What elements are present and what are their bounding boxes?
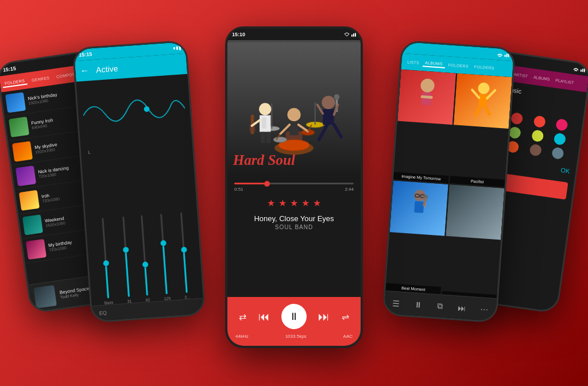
eq-thumb-125[interactable] bbox=[160, 240, 167, 246]
album-img-3 bbox=[390, 180, 448, 236]
eq-thumb-250[interactable] bbox=[181, 246, 187, 253]
signal-icons-left bbox=[173, 45, 181, 51]
svg-line-40 bbox=[471, 90, 479, 98]
tab-lists[interactable]: LISTS bbox=[405, 59, 422, 66]
signal-bars bbox=[351, 32, 356, 37]
color-dot-8[interactable] bbox=[554, 133, 567, 146]
signal-bars-far-right bbox=[581, 67, 586, 72]
svg-point-5 bbox=[273, 137, 287, 142]
meta-khz: 44kHz bbox=[235, 334, 249, 339]
eq-slider-250: 2... bbox=[179, 213, 190, 299]
progress-thumb[interactable] bbox=[264, 181, 270, 187]
signal-icons-far-right bbox=[572, 65, 586, 73]
color-dot-11[interactable] bbox=[529, 144, 542, 157]
menu-icon[interactable]: ☰ bbox=[392, 298, 400, 308]
song-title: Honey, Close Your Eyes bbox=[234, 214, 354, 223]
nav-playlist-fr[interactable]: PLAYLIST bbox=[554, 76, 576, 86]
nav-artist-2[interactable]: ARTIST bbox=[512, 71, 530, 79]
progress-times: 0:51 2:44 bbox=[234, 187, 354, 192]
tab-folders-r2[interactable]: FOLDERS bbox=[471, 63, 497, 71]
eq-screen: 15:15 ← Active L bbox=[74, 42, 204, 321]
color-dot-12[interactable] bbox=[551, 147, 564, 160]
pause-icon-footer[interactable]: ⏸ bbox=[414, 300, 423, 310]
waveform-svg bbox=[81, 80, 187, 144]
phones-container: 15:15 FOLDERS GENRES COMPOSERS P... N bbox=[13, 15, 575, 371]
eq-track-62[interactable] bbox=[141, 215, 149, 296]
svg-rect-19 bbox=[262, 118, 266, 129]
status-bar-center: 15:10 bbox=[227, 29, 361, 40]
signal-bar-l3 bbox=[179, 45, 181, 50]
wifi-icon-right bbox=[496, 51, 504, 57]
eq-fill-62 bbox=[145, 267, 148, 295]
eq-fill-bass bbox=[106, 266, 110, 298]
next-button[interactable]: ⏭ bbox=[318, 310, 330, 323]
svg-rect-12 bbox=[289, 121, 298, 135]
copy-icon[interactable]: ⧉ bbox=[437, 301, 443, 311]
meta-format: AAC bbox=[343, 334, 353, 339]
eq-slider-62: 62 bbox=[140, 215, 150, 302]
thumbnail-6 bbox=[22, 214, 43, 235]
progress-bar[interactable] bbox=[234, 183, 354, 184]
star-5[interactable]: ★ bbox=[313, 198, 321, 209]
back-arrow-icon[interactable]: ← bbox=[80, 65, 90, 76]
shuffle-button[interactable]: ⇄ bbox=[239, 311, 246, 322]
eq-waveform bbox=[81, 80, 187, 144]
eq-thumb-31[interactable] bbox=[123, 247, 129, 253]
eq-thumb-62[interactable] bbox=[142, 261, 149, 268]
phone-right: LISTS ALBUMS FOLDERS FOLDERS bbox=[382, 40, 516, 323]
meta-bitrate: 1033.5kps bbox=[285, 334, 307, 339]
ok-button[interactable]: OK bbox=[560, 167, 570, 175]
eq-sliders: Bass 31 62 bbox=[82, 150, 203, 306]
album-img-4 bbox=[446, 184, 504, 240]
thumbnail-1 bbox=[5, 92, 26, 113]
wifi-icon bbox=[343, 32, 350, 37]
album-card-4[interactable] bbox=[442, 184, 504, 298]
thumbnail-5 bbox=[19, 190, 40, 211]
tab-albums[interactable]: ALBUMS bbox=[423, 59, 445, 68]
svg-rect-35 bbox=[421, 92, 431, 105]
thumbnail-3 bbox=[12, 141, 33, 162]
svg-point-0 bbox=[144, 106, 149, 112]
thumbnail-2 bbox=[9, 117, 29, 137]
albums-screen: LISTS ALBUMS FOLDERS FOLDERS bbox=[384, 42, 514, 321]
prev-button[interactable]: ⏮ bbox=[258, 310, 270, 323]
skip-icon[interactable]: ⏭ bbox=[457, 303, 466, 312]
eq-track-125[interactable] bbox=[161, 214, 168, 294]
svg-rect-26 bbox=[323, 109, 334, 125]
color-dot-4[interactable] bbox=[555, 118, 568, 132]
album-card-1[interactable]: Imagine My Tomorrow bbox=[393, 70, 456, 183]
album-card-2[interactable]: Pacifist bbox=[450, 74, 512, 187]
eq-thumb-bass[interactable] bbox=[103, 260, 109, 267]
eq-track-bass[interactable] bbox=[102, 218, 110, 298]
repeat-button[interactable]: ⇌ bbox=[342, 311, 349, 322]
player-stars: ★ ★ ★ ★ ★ bbox=[227, 194, 361, 212]
eq-track-31[interactable] bbox=[123, 217, 130, 297]
album-img-2 bbox=[454, 74, 512, 129]
status-time-left: 15:15 bbox=[79, 51, 92, 58]
color-dot-7[interactable] bbox=[531, 129, 544, 142]
footer-thumbnail bbox=[33, 285, 57, 308]
tab-folders-r[interactable]: FOLDERS bbox=[446, 61, 471, 70]
star-4[interactable]: ★ bbox=[301, 198, 310, 209]
album-card-3[interactable]: Beat Moment bbox=[385, 180, 448, 294]
star-2[interactable]: ★ bbox=[278, 198, 287, 209]
svg-rect-10 bbox=[315, 102, 316, 125]
tab-genres[interactable]: GENRES bbox=[29, 74, 52, 83]
color-dot-3[interactable] bbox=[533, 115, 546, 128]
pause-button[interactable]: ⏸ bbox=[281, 304, 307, 329]
svg-point-38 bbox=[478, 82, 490, 94]
album-person-3 bbox=[403, 184, 435, 232]
album-img-1 bbox=[397, 70, 456, 125]
star-3[interactable]: ★ bbox=[290, 198, 298, 209]
star-1[interactable]: ★ bbox=[267, 198, 275, 209]
phone-center: 15:10 bbox=[225, 26, 363, 348]
player-info: Honey, Close Your Eyes SOUL BAND bbox=[227, 212, 361, 235]
nav-albums-fr[interactable]: ALBUMS bbox=[531, 74, 552, 83]
color-dot-2[interactable] bbox=[510, 112, 524, 125]
progress-total: 2:44 bbox=[345, 187, 354, 192]
eq-track-250[interactable] bbox=[180, 213, 188, 293]
band-illustration: Hard Soul bbox=[227, 40, 361, 178]
more-icon[interactable]: ⋯ bbox=[480, 304, 489, 314]
tab-folders[interactable]: FOLDERS bbox=[2, 77, 28, 88]
svg-rect-39 bbox=[478, 94, 487, 106]
